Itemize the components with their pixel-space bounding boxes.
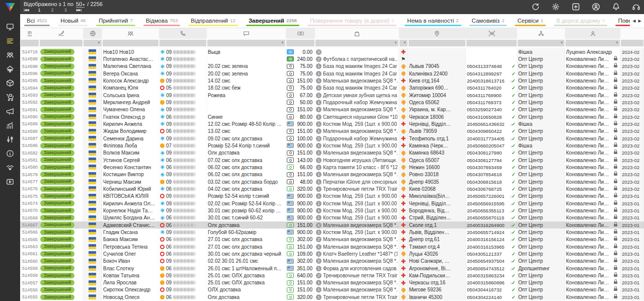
table-row[interactable]: 514589ЗавершенийКирилич Анжела✳0912.02 с… — [20, 120, 644, 127]
account-icon[interactable] — [591, 2, 601, 12]
notifications-bell-icon[interactable] — [611, 2, 621, 12]
tab-1[interactable]: Новый46 — [54, 14, 92, 28]
table-row[interactable]: 514579ЗавершенийКостишин Виктор✳0906.02 … — [20, 171, 644, 178]
first-page-icon[interactable]: |◀◀ — [24, 8, 29, 12]
table-row[interactable]: 514596ЗавершенийВегера Оксана✳0920.02 см… — [20, 70, 644, 77]
table-row[interactable]: 514556ЗавершенийСиротюк Олександр09ОЛХ д… — [20, 286, 644, 293]
filter-country[interactable]: ▼ — [84, 40, 102, 46]
table-row[interactable]: 514587ЗавершенийСеменюк Дарина✳0909.02 с… — [20, 135, 644, 142]
sidebar-item-settings[interactable] — [6, 135, 15, 144]
sidebar-item-statistics[interactable] — [6, 121, 15, 130]
table-row[interactable]: 514593ЗавершенийСольська Ірина✳09Рожева6… — [20, 92, 644, 99]
add-order-icon[interactable] — [571, 2, 581, 12]
table-row[interactable]: 514592ЗавершенийМерклингер Андрей0950.00… — [20, 99, 644, 106]
table-row[interactable]: 514561ЗавершенийСучилов Олег0630.01 смс … — [20, 250, 644, 257]
table-row[interactable]: 514575ЗавершенийКВІТОВСЬКА ЮЛІЯ09Розмір … — [20, 193, 644, 200]
tab-5[interactable]: Завершений2256 — [242, 14, 303, 28]
sidebar-item-products[interactable] — [6, 79, 15, 88]
sidebar-item-info[interactable] — [6, 149, 15, 158]
table-row[interactable]: 514580ЗавершенийФесенко Константин✳0606.… — [20, 164, 644, 171]
column-header-manager[interactable] — [565, 28, 620, 39]
filter-name[interactable] — [103, 40, 158, 46]
filter-manager[interactable]: ▼ — [566, 40, 620, 46]
table-row[interactable]: 514599ЗавершенийПотапенко Анастас…✳09240… — [20, 55, 644, 62]
table-row[interactable]: 514567ЗавершенийАдамовский Станис…06Олх … — [20, 221, 644, 229]
gear-icon[interactable] — [551, 2, 560, 12]
tab-3[interactable]: Відмова763 — [139, 14, 184, 28]
table-row[interactable]: 514558ЗавершенийКовпак Татьяна0925.01 см… — [20, 272, 644, 279]
tab-scroll-right-icon[interactable]: ▶ — [638, 19, 641, 23]
table-row[interactable]: 514560ЗавершенийБокоч Иван0902.02 30.01 … — [20, 258, 644, 265]
filter-dropdown-icon[interactable]: ▼ — [403, 41, 407, 44]
filter-dropdown-icon[interactable]: ▼ — [615, 41, 619, 44]
table-row[interactable]: 514566ЗавершенийГладик Оксана✳09Голубой … — [20, 229, 644, 236]
refresh-icon[interactable] — [531, 2, 540, 12]
column-header-product[interactable] — [315, 28, 399, 39]
table-row[interactable]: 514582ЗавершенийВолков Максим✳09Олх дост… — [20, 149, 644, 157]
column-header-country[interactable] — [83, 28, 102, 39]
filter-ttn[interactable] — [466, 40, 517, 46]
tab-0[interactable]: Всі4521 — [20, 14, 54, 28]
support-headset-icon[interactable] — [631, 2, 641, 12]
table-row[interactable]: 514563ЗавершенийПетровська Тетяна0627.01… — [20, 243, 644, 250]
filter-pay[interactable] — [286, 40, 314, 46]
column-header-id[interactable]: ID — [20, 28, 39, 39]
filter-status[interactable] — [40, 40, 83, 46]
column-header-date[interactable] — [620, 28, 644, 39]
page-size-dropdown[interactable]: 50▾ — [76, 1, 85, 8]
column-header-source[interactable] — [517, 28, 565, 39]
table-row[interactable]: 514577ЗавершенийЧерниш Максим0903.02 смс… — [20, 178, 644, 185]
tab-scroll-left-icon[interactable]: ◀ — [632, 19, 635, 23]
sidebar-item-partners[interactable] — [6, 163, 15, 172]
column-header-comment[interactable] — [207, 28, 286, 39]
column-header-city[interactable] — [408, 28, 466, 39]
sidebar-item-orders[interactable] — [6, 36, 15, 45]
tab-8[interactable]: Самовивіз2 — [465, 14, 511, 28]
page-button-3[interactable]: 3 — [63, 8, 68, 13]
filter-city[interactable] — [409, 40, 465, 46]
table-row[interactable]: 514576ЗавершенийКобилинський Юрий✳0604.0… — [20, 185, 644, 192]
table-row[interactable]: 514716ЗавершенийНов10 Нов10✳09Выцв0.000✚… — [20, 48, 644, 55]
table-row[interactable]: 514594ЗавершенийКомпанец Юля0518.02 смс … — [20, 85, 644, 92]
column-header-pay[interactable] — [286, 28, 315, 39]
table-row[interactable]: 514588ЗавершенийЖидак Володимир0613.02 с… — [20, 128, 644, 135]
filter-dropdown-icon[interactable]: ▼ — [97, 41, 101, 44]
filter-date[interactable] — [621, 40, 643, 46]
table-row[interactable]: 514581ЗавершенийУстинов Сергей✳0607.02 с… — [20, 157, 644, 164]
table-row[interactable]: 514568ЗавершенийШумляс Богдана Ан…✳0630.… — [20, 214, 644, 221]
last-page-icon[interactable]: ▶▶| — [76, 8, 82, 12]
filter-dropdown-icon[interactable]: ▼ — [394, 41, 397, 44]
page-button-2[interactable]: 2 — [50, 8, 55, 13]
tab-7[interactable]: Нема в наявності2 — [400, 14, 465, 28]
sidebar-item-marketing[interactable] — [6, 107, 15, 116]
table-row[interactable]: 514591ЗавершенийЧумаченко Олена✳09151.00… — [20, 106, 644, 113]
filter-dropdown-icon[interactable]: ▼ — [560, 41, 564, 44]
filter-product[interactable]: ▼ — [315, 40, 398, 46]
table-row[interactable]: 514598ЗавершенийМалютина Светлана✳0920.0… — [20, 63, 644, 70]
sidebar-item-desktop[interactable] — [6, 22, 15, 31]
sidebar-item-customers[interactable] — [6, 50, 15, 59]
filter-source[interactable]: ▼ — [518, 40, 565, 46]
table-row[interactable]: 514595ЗавершенийКолосок Александр0914.02… — [20, 77, 644, 84]
table-row[interactable]: 514555ЗавершенийНовосад Олеся06Олх доста… — [20, 293, 644, 300]
tab-2[interactable]: Прийнятий7 — [92, 14, 139, 28]
app-logo[interactable] — [0, 0, 20, 14]
page-button-1[interactable]: 1 — [37, 8, 42, 13]
table-row[interactable]: 514586ЗавершенийФіліпова Люба07Розмір 52… — [20, 142, 644, 149]
filter-phone[interactable] — [159, 40, 206, 46]
table-row[interactable]: 514557ЗавершенийЛила Ярослав0925.01 смс … — [20, 279, 644, 286]
table-row[interactable]: 514574ЗавершенийКирилич Анжела Ол…✳0902.… — [20, 200, 644, 207]
column-header-status[interactable] — [39, 28, 83, 39]
table-row[interactable]: 514570ЗавершенийКорнелюк Надія Та…✳0930.… — [20, 207, 644, 214]
sidebar-item-warehouse[interactable] — [6, 64, 15, 73]
tab-6[interactable]: Повернення товару (в дорозі)0 — [303, 14, 400, 28]
column-header-name[interactable] — [102, 28, 159, 39]
column-header-phone[interactable] — [159, 28, 207, 39]
tab-9[interactable]: Сервіси1 — [511, 14, 549, 28]
filter-id[interactable] — [21, 40, 39, 46]
column-header-ttn[interactable] — [466, 28, 517, 39]
tab-10[interactable]: В дорозі додому0 — [550, 14, 612, 28]
tab-4[interactable]: Відправлений12 — [184, 14, 242, 28]
sidebar-item-procurement[interactable] — [6, 93, 15, 102]
table-row[interactable]: 514565ЗавершенийБаюка Максим0627.01 смс … — [20, 236, 644, 243]
